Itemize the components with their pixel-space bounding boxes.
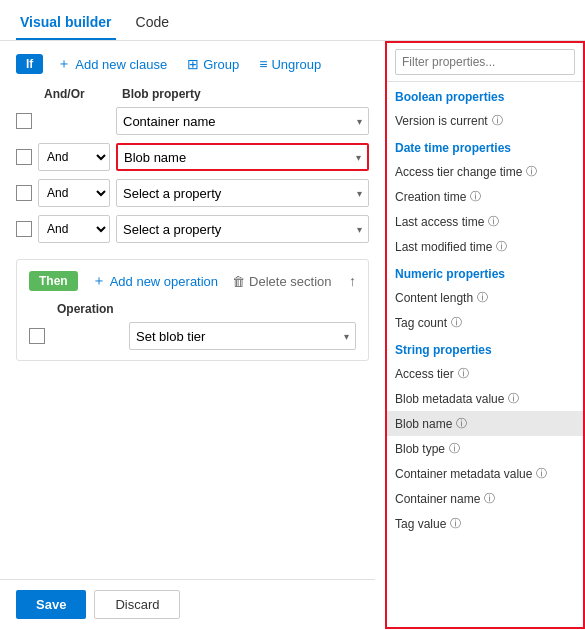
property-item-blob-metadata-value[interactable]: Blob metadata valueⓘ [387, 386, 583, 411]
row-1-checkbox[interactable] [16, 113, 32, 129]
category-numeric-properties: Numeric properties [387, 259, 583, 285]
row-2-and-or-select[interactable]: And Or [38, 143, 110, 171]
row-4-checkbox[interactable] [16, 221, 32, 237]
condition-row-4: And Or Select a property ▾ [16, 215, 369, 243]
property-item-label: Blob name [395, 417, 452, 431]
row-3-and-or-select[interactable]: And Or [38, 179, 110, 207]
info-icon[interactable]: ⓘ [508, 391, 519, 406]
then-badge: Then [29, 271, 78, 291]
info-icon[interactable]: ⓘ [449, 441, 460, 456]
and-or-col-header: And/Or [44, 87, 116, 101]
property-item-label: Container metadata value [395, 467, 532, 481]
filter-input-wrap [387, 43, 583, 82]
property-item-content-length[interactable]: Content lengthⓘ [387, 285, 583, 310]
discard-button[interactable]: Discard [94, 590, 180, 619]
ungroup-icon: ≡ [259, 56, 267, 72]
row-1-property-value: Container name [123, 114, 216, 129]
operation-row-1: Set blob tier ▾ [29, 322, 356, 350]
left-panel: If ＋ Add new clause ⊞ Group ≡ Ungroup An… [0, 41, 385, 629]
ungroup-button[interactable]: ≡ Ungroup [253, 54, 327, 74]
row-2-checkbox[interactable] [16, 149, 32, 165]
info-icon[interactable]: ⓘ [526, 164, 537, 179]
info-icon[interactable]: ⓘ [484, 491, 495, 506]
row-3-chevron-icon: ▾ [357, 188, 362, 199]
row-4-property-select[interactable]: Select a property ▾ [116, 215, 369, 243]
property-categories: Boolean propertiesVersion is currentⓘDat… [387, 82, 583, 536]
property-item-blob-name[interactable]: Blob nameⓘ [387, 411, 583, 436]
group-button[interactable]: ⊞ Group [181, 54, 245, 74]
blob-property-col-header: Blob property [122, 87, 369, 101]
ungroup-label: Ungroup [271, 57, 321, 72]
if-section-header: If ＋ Add new clause ⊞ Group ≡ Ungroup [16, 53, 369, 75]
row-1-chevron-icon: ▾ [357, 116, 362, 127]
add-new-operation-button[interactable]: ＋ Add new operation [86, 270, 224, 292]
plus-icon: ＋ [57, 55, 71, 73]
info-icon[interactable]: ⓘ [451, 315, 462, 330]
category-boolean-properties: Boolean properties [387, 82, 583, 108]
plus-icon-op: ＋ [92, 272, 106, 290]
property-item-tag-count[interactable]: Tag countⓘ [387, 310, 583, 335]
info-icon[interactable]: ⓘ [488, 214, 499, 229]
add-clause-label: Add new clause [75, 57, 167, 72]
filter-properties-input[interactable] [395, 49, 575, 75]
property-item-container-name[interactable]: Container nameⓘ [387, 486, 583, 511]
main-layout: If ＋ Add new clause ⊞ Group ≡ Ungroup An… [0, 41, 585, 629]
move-up-button[interactable]: ↑ [349, 273, 356, 289]
delete-section-label: Delete section [249, 274, 331, 289]
trash-icon: 🗑 [232, 274, 245, 289]
row-3-checkbox[interactable] [16, 185, 32, 201]
property-item-tag-value[interactable]: Tag valueⓘ [387, 511, 583, 536]
info-icon[interactable]: ⓘ [496, 239, 507, 254]
property-item-creation-time[interactable]: Creation timeⓘ [387, 184, 583, 209]
row-4-property-value: Select a property [123, 222, 221, 237]
info-icon[interactable]: ⓘ [450, 516, 461, 531]
row-2-chevron-icon: ▾ [356, 152, 361, 163]
property-item-access-tier-change-time[interactable]: Access tier change timeⓘ [387, 159, 583, 184]
row-4-chevron-icon: ▾ [357, 224, 362, 235]
bottom-bar: Save Discard [0, 579, 375, 629]
if-badge: If [16, 54, 43, 74]
row-3-property-value: Select a property [123, 186, 221, 201]
row-4-and-or-select[interactable]: And Or [38, 215, 110, 243]
property-item-access-tier[interactable]: Access tierⓘ [387, 361, 583, 386]
row-2-property-value: Blob name [124, 150, 186, 165]
op-row-1-select[interactable]: Set blob tier ▾ [129, 322, 356, 350]
property-item-label: Content length [395, 291, 473, 305]
operation-col-label: Operation [57, 302, 114, 316]
row-2-property-select[interactable]: Blob name ▾ [116, 143, 369, 171]
property-item-label: Tag value [395, 517, 446, 531]
property-item-label: Blob metadata value [395, 392, 504, 406]
tab-code[interactable]: Code [132, 8, 173, 40]
property-item-container-metadata-value[interactable]: Container metadata valueⓘ [387, 461, 583, 486]
info-icon[interactable]: ⓘ [458, 366, 469, 381]
info-icon[interactable]: ⓘ [536, 466, 547, 481]
group-icon: ⊞ [187, 56, 199, 72]
info-icon[interactable]: ⓘ [492, 113, 503, 128]
property-item-last-access-time[interactable]: Last access timeⓘ [387, 209, 583, 234]
property-item-last-modified-time[interactable]: Last modified timeⓘ [387, 234, 583, 259]
add-operation-label: Add new operation [110, 274, 218, 289]
property-item-label: Last access time [395, 215, 484, 229]
save-button[interactable]: Save [16, 590, 86, 619]
property-item-label: Access tier [395, 367, 454, 381]
op-row-1-checkbox[interactable] [29, 328, 45, 344]
property-item-label: Tag count [395, 316, 447, 330]
delete-section-button[interactable]: 🗑 Delete section [232, 274, 331, 289]
info-icon[interactable]: ⓘ [456, 416, 467, 431]
property-item-label: Blob type [395, 442, 445, 456]
info-icon[interactable]: ⓘ [470, 189, 481, 204]
tab-visual-builder[interactable]: Visual builder [16, 8, 116, 40]
op-row-1-value: Set blob tier [136, 329, 205, 344]
add-new-clause-button[interactable]: ＋ Add new clause [51, 53, 173, 75]
tabs-bar: Visual builder Code [0, 0, 585, 41]
property-item-version-is-current[interactable]: Version is currentⓘ [387, 108, 583, 133]
info-icon[interactable]: ⓘ [477, 290, 488, 305]
condition-row-3: And Or Select a property ▾ [16, 179, 369, 207]
row-3-property-select[interactable]: Select a property ▾ [116, 179, 369, 207]
op-row-1-chevron-icon: ▾ [344, 331, 349, 342]
row-1-property-select[interactable]: Container name ▾ [116, 107, 369, 135]
then-section-header: Then ＋ Add new operation 🗑 Delete sectio… [29, 270, 356, 292]
property-item-blob-type[interactable]: Blob typeⓘ [387, 436, 583, 461]
property-item-label: Access tier change time [395, 165, 522, 179]
property-dropdown-panel: Boolean propertiesVersion is currentⓘDat… [385, 41, 585, 629]
